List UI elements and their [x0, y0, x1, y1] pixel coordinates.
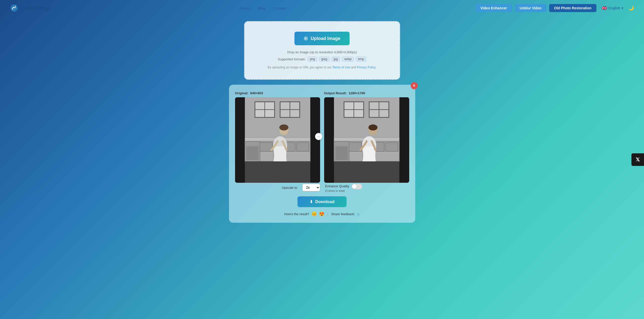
download-label: Download	[315, 200, 334, 204]
header-right: Video Enhancer Unblur Video Old Photo Re…	[475, 4, 634, 12]
images-comparison: ↔	[235, 97, 409, 183]
download-area: ⬇ Download	[235, 196, 409, 207]
format-png: png	[308, 57, 317, 62]
feedback-row: How's the result? 😊 😍 | Share feedback: …	[235, 211, 409, 217]
dark-mode-icon[interactable]: 🌙	[628, 5, 634, 11]
flag-icon: 🇬🇧	[601, 5, 607, 11]
svg-point-0	[11, 5, 18, 12]
svg-rect-25	[246, 146, 259, 160]
output-photo-svg	[324, 97, 409, 183]
original-photo-svg	[235, 97, 320, 183]
x-icon: 𝕏	[636, 157, 640, 163]
output-label: Output Result: 1280×1706	[324, 91, 365, 95]
svg-rect-16	[296, 143, 309, 151]
original-label-text: Original:	[235, 91, 248, 95]
logo-icon	[10, 4, 18, 12]
svg-rect-51	[334, 161, 399, 183]
enhance-quality-group: Enhance Quality (5 times in total)	[325, 183, 362, 192]
original-image-panel	[235, 97, 320, 183]
nav-home[interactable]: Home	[240, 6, 250, 10]
output-image-panel	[324, 97, 409, 183]
format-jpg: jpg	[331, 57, 340, 62]
privacy-policy-link[interactable]: Privacy Policy	[357, 66, 375, 69]
formats-label: Supported formats:	[278, 57, 306, 61]
output-label-text: Output Result:	[324, 91, 347, 95]
nav-blog[interactable]: Blog	[258, 6, 266, 10]
svg-rect-50	[335, 146, 348, 160]
toggle-knob	[352, 184, 357, 189]
emoji-love[interactable]: 😍	[319, 211, 324, 217]
download-icon: ⬇	[310, 199, 313, 204]
feedback-question: How's the result?	[284, 212, 309, 216]
plus-icon: ⊕	[304, 35, 308, 42]
svg-point-20	[279, 124, 288, 130]
close-button[interactable]: ×	[411, 82, 418, 89]
images-divider: ↔	[315, 133, 322, 140]
enhance-label: Enhance Quality	[325, 184, 349, 188]
format-jpeg: jpeg	[319, 57, 329, 62]
original-label: Original: 640×853	[235, 91, 263, 95]
header: Unblurimage Home Blog Contact Video Enha…	[0, 0, 644, 16]
video-enhancer-button[interactable]: Video Enhancer	[475, 4, 512, 12]
main-nav: Home Blog Contact	[240, 6, 287, 10]
enhance-row: Enhance Quality	[325, 183, 362, 189]
svg-point-1	[12, 9, 13, 10]
upscale-select[interactable]: 2x 1x 4x	[302, 184, 320, 191]
lang-label: English	[609, 6, 620, 10]
upscale-label: Upscale to	[282, 186, 297, 190]
logo-text: Unblurimage	[20, 5, 51, 11]
main-content: ⊕ Upload Image Drop an image (up to reso…	[0, 16, 644, 233]
share-feedback-link[interactable]: ✏	[357, 212, 360, 216]
format-bmp: bmp	[356, 57, 366, 62]
share-feedback-label: Share feedback:	[331, 212, 355, 216]
svg-rect-26	[245, 161, 310, 183]
output-size: 1280×1706	[349, 91, 365, 95]
nav-contact[interactable]: Contact	[274, 6, 287, 10]
image-labels-row: Original: 640×853 Output Result: 1280×17…	[235, 91, 409, 95]
language-selector[interactable]: 🇬🇧 English ▾	[599, 4, 626, 12]
enhance-toggle[interactable]	[352, 184, 362, 189]
result-container: × Original: 640×853 Output Result: 1280×…	[229, 85, 415, 223]
enhance-sub: (5 times in total)	[325, 189, 345, 192]
format-webp: webp	[342, 57, 354, 62]
svg-rect-41	[386, 143, 398, 151]
svg-point-45	[368, 124, 377, 130]
upload-area: ⊕ Upload Image Drop an image (up to reso…	[244, 21, 400, 80]
chevron-down-icon: ▾	[622, 6, 623, 10]
divider: |	[327, 212, 328, 216]
emoji-happy[interactable]: 😊	[311, 211, 317, 217]
upload-button-label: Upload Image	[311, 36, 340, 41]
upload-image-button[interactable]: ⊕ Upload Image	[294, 32, 349, 45]
drop-text: Drop an image (up to resolution 4,000×4,…	[260, 50, 385, 54]
original-size: 640×853	[250, 91, 263, 95]
controls-row: Upscale to 2x 1x 4x Enhance Quality (5 t…	[235, 183, 409, 192]
original-label-area: Original: 640×853	[235, 91, 320, 95]
terms-of-use-link[interactable]: Terms of Use	[332, 66, 350, 69]
formats-row: Supported formats: png jpeg jpg webp bmp	[260, 57, 385, 62]
old-photo-button[interactable]: Old Photo Restoration	[549, 4, 597, 12]
logo[interactable]: Unblurimage	[10, 4, 51, 12]
output-label-area: Output Result: 1280×1706	[324, 91, 409, 95]
terms-text: By uploading an image or URL you agree t…	[260, 66, 385, 69]
download-button[interactable]: ⬇ Download	[297, 196, 347, 207]
output-photo	[324, 97, 409, 183]
original-photo	[235, 97, 320, 183]
unblur-video-button[interactable]: Unblur Video	[515, 4, 547, 12]
x-twitter-button[interactable]: 𝕏	[631, 153, 644, 166]
